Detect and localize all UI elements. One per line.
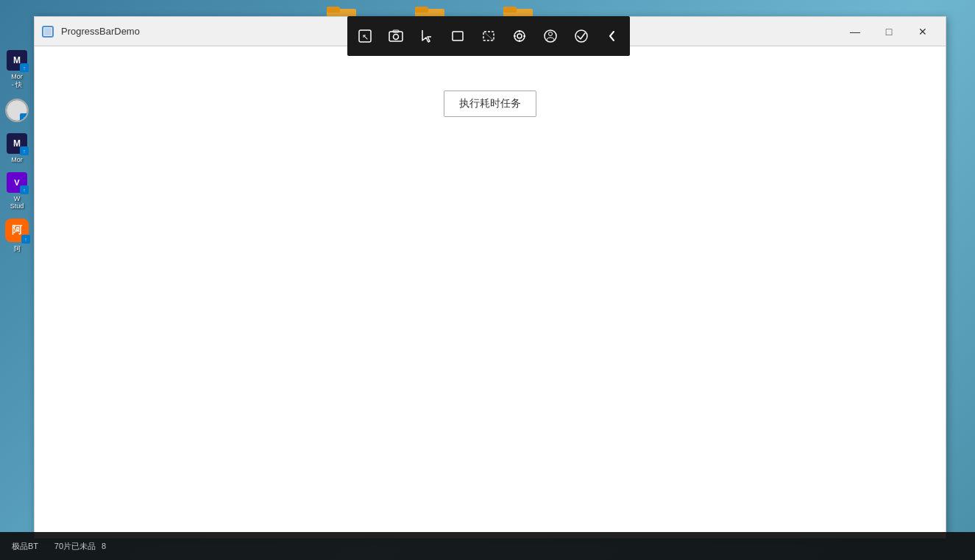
svg-line-13 <box>483 32 494 40</box>
svg-point-15 <box>517 34 522 38</box>
toolbar-btn-region[interactable] <box>474 21 503 51</box>
minimize-button[interactable]: — <box>838 21 872 43</box>
svg-point-9 <box>394 35 399 40</box>
app-window: ProgressBarDemo — □ ✕ 执行耗时任务 <box>34 16 946 539</box>
toolbar: ↖ <box>347 16 630 56</box>
svg-point-14 <box>514 31 525 41</box>
execute-task-button[interactable]: 执行耗时任务 <box>444 91 536 117</box>
svg-text:↖: ↖ <box>362 32 369 41</box>
maximize-button[interactable]: □ <box>872 21 906 43</box>
taskbar-bottom-text: 极品BT 70片已未品 <box>12 541 96 552</box>
desktop-icon-circle[interactable]: ↑ <box>0 93 34 127</box>
svg-rect-5 <box>503 7 517 13</box>
close-button[interactable]: ✕ <box>906 21 940 43</box>
toolbar-btn-check[interactable] <box>567 21 596 51</box>
desktop-icon-mor[interactable]: M ↑ Mor- 快 <box>0 44 34 93</box>
window-controls: — □ ✕ <box>838 21 940 43</box>
toolbar-btn-person[interactable] <box>536 21 565 51</box>
toolbar-btn-back[interactable] <box>598 21 627 51</box>
toolbar-btn-rect[interactable] <box>443 21 472 51</box>
desktop-icon-vstudio[interactable]: V ↑ WStud <box>0 166 34 213</box>
svg-rect-24 <box>44 28 52 35</box>
desktop-icon-mor2[interactable]: M ↑ Mor <box>0 127 34 166</box>
taskbar-bottom-number: 8 <box>102 542 106 550</box>
svg-rect-3 <box>415 7 428 13</box>
toolbar-btn-camera[interactable] <box>381 21 411 51</box>
svg-rect-1 <box>327 7 340 13</box>
svg-point-21 <box>549 32 553 36</box>
toolbar-btn-select[interactable] <box>412 21 442 51</box>
toolbar-btn-target[interactable] <box>505 21 534 51</box>
app-icon <box>40 24 55 39</box>
left-desktop-icons: M ↑ Mor- 快 ↑ M ↑ Mor V ↑ <box>0 44 34 257</box>
app-content: 执行耗时任务 <box>35 46 946 538</box>
toolbar-btn-pointer[interactable]: ↖ <box>350 21 380 51</box>
svg-rect-11 <box>453 32 463 40</box>
taskbar-bottom: 极品BT 70片已未品 8 <box>0 532 975 560</box>
desktop-icon-alibaba[interactable]: 阿 ↑ 阿 <box>0 213 34 257</box>
